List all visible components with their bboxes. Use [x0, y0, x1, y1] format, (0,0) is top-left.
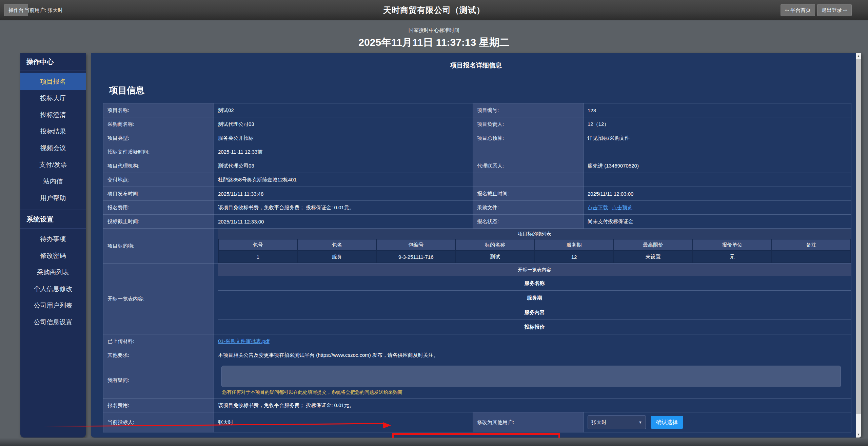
table-row: 采购商名称: 测试代理公司03 项目负责人: 12（12） — [103, 117, 851, 131]
sidebar-item-site-message[interactable]: 站内信 — [20, 173, 86, 190]
sidebar-item-bid-clarification[interactable]: 投标澄清 — [20, 106, 86, 123]
right-arrow-icon: ⇨ — [843, 7, 847, 13]
sidebar-item-user-help[interactable]: 用户帮助 — [20, 190, 86, 206]
subject-matter-table-title: 项目标的物列表 — [218, 229, 851, 239]
field-value-empty — [584, 145, 851, 159]
column-header: 最高限价 — [614, 239, 693, 251]
field-label: 项目标的物: — [103, 229, 214, 264]
download-link[interactable]: 点击下载 — [588, 205, 608, 210]
title-separator — [99, 76, 853, 76]
field-value: 2025/11/11 12:33:00 — [214, 215, 473, 229]
table-row: 投标截止时间: 2025/11/11 12:33:00 报名状态: 尚未支付投标… — [103, 215, 851, 229]
bidder-change-cell: 张天时 ▼ 确认选择 — [584, 412, 851, 432]
sidebar-item-project-signup[interactable]: 项目报名 — [20, 73, 86, 90]
bid-opening-item: 投标报价 — [218, 319, 851, 334]
question-hint: 您有任何对于本项目的疑问都可以在此处填写提交，系统将会把您的问题发送给采购商 — [218, 388, 851, 398]
subject-matter-data-row: 1 服务 9-3-251111-716 测试 12 未设置 元 — [218, 251, 851, 263]
subject-matter-content: 项目标的物列表 包号 包名 包编号 标的名称 服务期 最高限价 报价单位 备注 — [214, 229, 851, 264]
subject-matter-header-row: 包号 包名 包编号 标的名称 服务期 最高限价 报价单位 备注 — [218, 239, 851, 251]
scrollbar-thumb[interactable] — [856, 59, 861, 414]
cell-max-price: 未设置 — [614, 251, 693, 263]
field-label: 招标文件质疑时间: — [103, 145, 214, 159]
field-label: 修改为其他用户: — [473, 412, 584, 432]
preview-link[interactable]: 点击预览 — [612, 205, 632, 210]
sidebar-item-company-settings[interactable]: 公司信息设置 — [20, 314, 86, 330]
cell-package-name: 服务 — [297, 251, 376, 263]
field-label: 当前投标人: — [103, 412, 214, 432]
sidebar-menu-operations: 项目报名 投标大厅 投标澄清 投标结果 视频会议 支付/发票 站内信 用户帮助 — [20, 73, 86, 206]
column-header: 包编号 — [376, 239, 455, 251]
project-info-table: 项目名称: 测试02 项目编号: 123 采购商名称: 测试代理公司03 项目负… — [103, 103, 851, 432]
main-panel: 项目报名详细信息 项目信息 项目名称: 测试02 项目编号: 123 采购商名称… — [91, 53, 861, 438]
field-label: 项目名称: — [103, 103, 214, 117]
table-row: 项目名称: 测试02 项目编号: 123 — [103, 103, 851, 117]
column-header: 报价单位 — [693, 239, 772, 251]
field-value: 12（12） — [584, 117, 851, 131]
field-value: 123 — [584, 103, 851, 117]
field-value-empty — [584, 173, 851, 187]
logout-button[interactable]: 退出登录 ⇨ — [817, 4, 852, 16]
screen: 操作台 当前用户: 张天时 天时商贸有限公司（测试） ⇦ 平台首页 退出登录 ⇨… — [0, 0, 868, 446]
signup-status-value: 尚未支付投标保证金 — [584, 215, 851, 229]
field-value: 廖先进 (13469070520) — [584, 159, 851, 173]
column-header: 包号 — [218, 239, 297, 251]
sidebar-item-todo[interactable]: 待办事项 — [20, 231, 86, 247]
uploaded-file-link[interactable]: 01-采购文件审批表.pdf — [218, 338, 270, 344]
sidebar-item-bid-hall[interactable]: 投标大厅 — [20, 90, 86, 106]
other-requirements-value: 本项目相关公告及变更事项在招采测试平台 (https://www.cszoc.c… — [214, 348, 851, 362]
table-row: 项目类型: 服务类公开招标 项目总预算: 详见招标/采购文件 — [103, 131, 851, 145]
bid-opening-item: 服务名称 — [218, 276, 851, 290]
question-row: 我有疑问: 您有任何对于本项目的疑问都可以在此处填写提交，系统将会把您的问题发送… — [103, 362, 851, 399]
uploaded-material-cell: 01-采购文件审批表.pdf — [214, 334, 851, 348]
field-value: 测试代理公司03 — [214, 159, 473, 173]
user-select[interactable]: 张天时 ▼ — [588, 415, 646, 429]
company-title: 天时商贸有限公司（测试） — [0, 0, 868, 20]
field-label: 报名费用: — [103, 201, 214, 215]
field-label: 项目发布时间: — [103, 187, 214, 201]
bid-opening-item: 服务期 — [218, 290, 851, 305]
sidebar-item-company-users[interactable]: 公司用户列表 — [20, 297, 86, 314]
sidebar-item-change-password[interactable]: 修改密码 — [20, 247, 86, 264]
scroll-up-icon[interactable]: ▲ — [856, 53, 861, 59]
field-value: 2025-11-11 12:33前 — [214, 145, 473, 159]
field-label: 其他要求: — [103, 348, 214, 362]
table-row: 报名费用: 该项目免收标书费，免收平台服务费； 投标保证金: 0.01元。 采购… — [103, 201, 851, 215]
field-value: 2025/11/11 11:33:48 — [214, 187, 473, 201]
chevron-down-icon: ▼ — [638, 420, 642, 424]
field-label: 项目代理机构: — [103, 159, 214, 173]
scrollbar-track[interactable]: ▲ ▼ — [856, 53, 861, 438]
table-row: 招标文件质疑时间: 2025-11-11 12:33前 — [103, 145, 851, 159]
question-textarea[interactable] — [221, 366, 841, 387]
field-label: 交付地点: — [103, 173, 214, 187]
current-datetime: 2025年11月11日 11:37:13 星期二 — [0, 36, 868, 50]
column-header: 包名 — [297, 239, 376, 251]
platform-home-button[interactable]: ⇦ 平台首页 — [781, 4, 815, 16]
field-value: 杜鹃路858号奥克斯缔壹城12栋401 — [214, 173, 473, 187]
field-label-empty — [473, 173, 584, 187]
current-bidder-value: 张天时 — [214, 412, 473, 432]
table-row: 报名费用: 该项目免收标书费，免收平台服务费； 投标保证金: 0.01元。 — [103, 399, 851, 412]
subject-matter-row: 项目标的物: 项目标的物列表 包号 包名 包编号 标的名称 服务期 最高限价 报… — [103, 229, 851, 264]
sidebar-item-payment-invoice[interactable]: 支付/发票 — [20, 156, 86, 173]
field-label: 采购文件: — [473, 201, 584, 215]
cell-price-unit: 元 — [693, 251, 772, 263]
sidebar-item-purchaser-list[interactable]: 采购商列表 — [20, 264, 86, 280]
page-title: 项目报名详细信息 — [91, 53, 861, 70]
table-row: 交付地点: 杜鹃路858号奥克斯缔壹城12栋401 — [103, 173, 851, 187]
sidebar-item-personal-info[interactable]: 个人信息修改 — [20, 280, 86, 297]
bid-opening-row: 开标一览表内容: 开标一览表内容 服务名称 服务期 服务内容 投标报价 — [103, 264, 851, 334]
confirm-select-button[interactable]: 确认选择 — [651, 416, 683, 429]
question-cell: 您有任何对于本项目的疑问都可以在此处填写提交，系统将会把您的问题发送给采购商 — [214, 362, 851, 399]
cell-package-no: 1 — [218, 251, 297, 263]
field-label: 报名费用: — [103, 399, 214, 412]
sidebar-item-video-meeting[interactable]: 视频会议 — [20, 140, 86, 156]
sidebar-item-bid-results[interactable]: 投标结果 — [20, 123, 86, 140]
field-value: 详见招标/采购文件 — [584, 131, 851, 145]
field-label: 项目总预算: — [473, 131, 584, 145]
scroll-down-icon[interactable]: ▼ — [856, 431, 861, 438]
purchase-file-links: 点击下载点击预览 — [584, 201, 851, 215]
field-label: 报名状态: — [473, 215, 584, 229]
column-header: 备注 — [772, 239, 851, 251]
sidebar-menu-settings: 待办事项 修改密码 采购商列表 个人信息修改 公司用户列表 公司信息设置 — [20, 231, 86, 330]
table-row: 其他要求: 本项目相关公告及变更事项在招采测试平台 (https://www.c… — [103, 348, 851, 362]
